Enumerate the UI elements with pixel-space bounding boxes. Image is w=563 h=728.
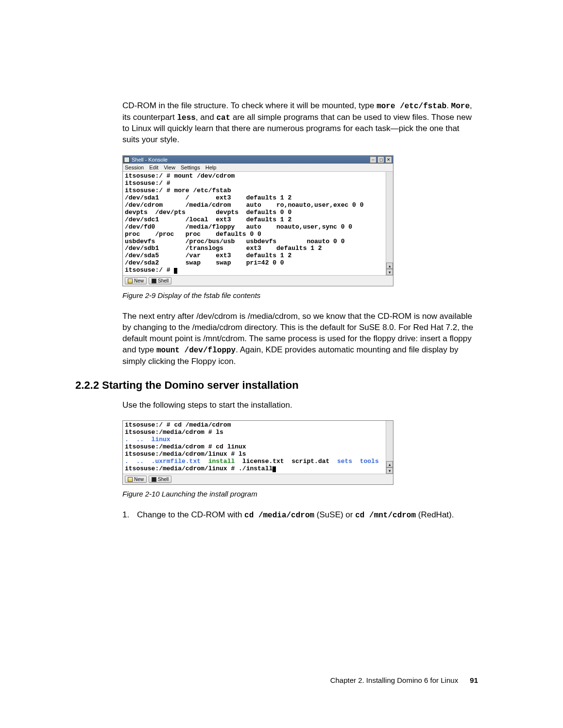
terminal-line: /dev/sda5 /var ext3 defaults 1 2 [125,252,291,259]
text: , and [196,113,217,122]
konsole-icon [124,157,130,163]
menu-settings[interactable]: Settings [181,165,200,170]
scroll-up-icon[interactable]: ▴ [386,461,393,467]
page: CD-ROM in the file structure. To check w… [0,0,563,728]
window-controls: – ◻ ✕ [370,156,392,163]
figure-caption-2-9: Figure 2-9 Display of the fstab file con… [122,291,478,299]
maximize-button[interactable]: ◻ [377,156,384,163]
ls-entry [352,458,360,465]
new-tab-button[interactable]: New [125,277,147,284]
menu-bar: Session Edit View Settings Help [123,164,393,172]
inline-command: cd /mnt/cdrom [355,511,416,520]
page-number: 91 [470,676,478,684]
konsole-tabbar: New Shell [123,275,393,286]
ls-dir: linux [152,436,171,443]
cursor-icon [273,466,276,472]
terminal-line: itsosuse:/media/cdrom # ls [125,429,223,436]
new-icon [128,477,133,482]
menu-view[interactable]: View [164,165,175,170]
text: (SuSE) or [314,510,355,519]
page-footer: Chapter 2. Installing Domino 6 for Linux… [330,676,478,684]
inline-command: More [451,102,470,111]
text: . [446,101,451,110]
terminal-line: itsosuse:/ # [125,266,174,274]
text: Change to the CD-ROM with [137,510,244,519]
section-intro: Use the following steps to start the ins… [122,400,478,411]
text: CD-ROM in the file structure. To check w… [122,101,376,110]
terminal-output[interactable]: itsosuse:/ # mount /dev/cdrom itsosuse:/… [123,172,386,275]
terminal-line: /dev/sdc1 /local ext3 defaults 1 2 [125,216,291,223]
ls-dir: tools [360,458,379,465]
ls-dots: . .. [125,436,152,443]
step-text: Change to the CD-ROM with cd /media/cdro… [137,510,454,521]
section-heading-2-2-2: 2.2.2 Starting the Domino server install… [75,379,478,392]
konsole-window-2: itsosuse:/ # cd /media/cdrom itsosuse:/m… [122,420,393,485]
terminal-line: itsosuse:/ # cd /media/cdrom [125,421,231,429]
new-tab-button[interactable]: New [125,476,147,483]
paragraph: The next entry after /dev/cdrom is /medi… [122,311,478,367]
menu-session[interactable]: Session [125,165,144,170]
terminal-output[interactable]: itsosuse:/ # cd /media/cdrom itsosuse:/m… [123,421,386,474]
ls-entry: . .. .uxrmfile.txt [125,458,208,465]
terminal-line: /dev/cdrom /media/cdrom auto ro,noauto,u… [125,201,363,209]
shell-icon [152,477,156,482]
terminal-line: /dev/sdb1 /translogs ext3 defaults 1 2 [125,245,322,252]
cursor-icon [174,268,177,274]
button-label: Shell [158,477,169,482]
text: (RedHat). [416,510,454,519]
konsole-tabbar: New Shell [123,474,393,484]
terminal-line: /dev/sda2 swap swap pri=42 0 0 [125,259,284,266]
terminal-line: itsosuse:/ # [125,180,171,187]
shell-tab-button[interactable]: Shell [149,476,171,483]
inline-command: cat [216,114,230,122]
terminal-line: itsosuse:/media/cdrom/linux # ls [125,450,246,458]
scroll-down-icon[interactable]: ▾ [386,269,393,275]
terminal-line: proc /proc proc defaults 0 0 [125,231,261,238]
scrollbar[interactable]: ▴ ▾ [386,172,393,275]
button-label: New [134,477,144,482]
chapter-title: Chapter 2. Installing Domino 6 for Linux [330,676,458,684]
ls-dir: sets [337,458,352,465]
intro-paragraph: CD-ROM in the file structure. To check w… [122,100,478,146]
inline-command: cd /media/cdrom [244,511,314,520]
shell-tab-button[interactable]: Shell [149,277,171,284]
inline-command: mount /dev/floppy [156,346,236,355]
terminal-line: itsosuse:/media/cdrom/linux # ./install [125,465,273,472]
window-title: Shell - Konsole [132,157,370,163]
scrollbar[interactable]: ▴ ▾ [386,421,393,474]
terminal-wrap: itsosuse:/ # mount /dev/cdrom itsosuse:/… [123,172,393,275]
figure-caption-2-10: Figure 2-10 Launching the install progra… [122,490,478,498]
new-icon [128,279,133,283]
shell-icon [152,279,156,283]
terminal-line: usbdevfs /proc/bus/usb usbdevfs noauto 0… [125,238,344,245]
terminal-line: itsosuse:/media/cdrom # cd linux [125,443,246,450]
terminal-line: /dev/sda1 / ext3 defaults 1 2 [125,194,291,201]
terminal-line: /dev/fd0 /media/floppy auto noauto,user,… [125,223,352,231]
terminal-line: itsosuse:/ # mount /dev/cdrom [125,172,235,180]
ls-executable: install [208,458,235,465]
step-number: 1. [122,510,132,521]
button-label: New [134,278,144,283]
window-titlebar[interactable]: Shell - Konsole – ◻ ✕ [123,156,393,164]
minimize-button[interactable]: – [370,156,376,163]
scroll-up-icon[interactable]: ▴ [386,263,393,269]
inline-command: less [177,114,195,122]
scroll-down-icon[interactable]: ▾ [386,467,393,474]
terminal-line: itsosuse:/ # more /etc/fstab [125,187,231,194]
konsole-window: Shell - Konsole – ◻ ✕ Session Edit View … [122,155,393,286]
terminal-wrap: itsosuse:/ # cd /media/cdrom itsosuse:/m… [123,421,393,474]
step-1: 1. Change to the CD-ROM with cd /media/c… [122,510,478,521]
ls-entry: license.txt script.dat [235,458,337,465]
menu-edit[interactable]: Edit [149,165,158,170]
inline-command: more /etc/fstab [376,102,446,111]
terminal-line: devpts /dev/pts devpts defaults 0 0 [125,209,291,216]
button-label: Shell [158,278,169,283]
menu-help[interactable]: Help [205,165,217,170]
close-button[interactable]: ✕ [385,156,392,163]
